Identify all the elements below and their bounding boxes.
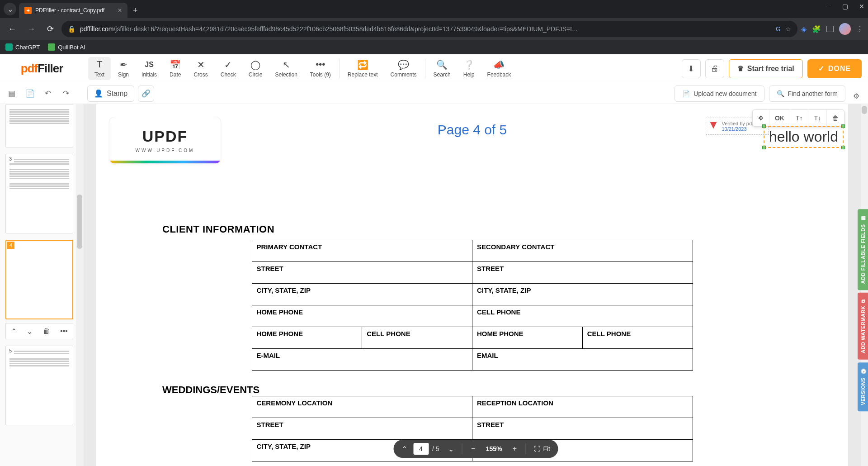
download-button[interactable]: ⬇ <box>682 59 701 78</box>
thumbnail-page-4-selected[interactable]: 4 <box>5 240 73 319</box>
thumbnail-scrollbar[interactable] <box>76 104 83 466</box>
font-increase-icon[interactable]: T↑ <box>790 110 809 126</box>
search-icon: 🔍 <box>777 90 784 97</box>
sidetab-watermark[interactable]: ADD WATERMARK ⧉ <box>858 293 868 360</box>
address-bar[interactable]: 🔒 pdffiller.com/jsfiller-desk16/?request… <box>61 21 797 37</box>
tool-feedback[interactable]: 📣Feedback <box>481 54 518 83</box>
tool-check[interactable]: ✓Check <box>214 54 242 83</box>
start-free-trial-button[interactable]: ♛Start free trial <box>729 59 803 78</box>
maximize-icon[interactable]: ▢ <box>842 3 848 10</box>
undo-button[interactable]: ↶ <box>40 86 56 102</box>
cell-cellphone-b[interactable]: CELL PHONE <box>582 327 693 349</box>
cell-reception[interactable]: RECEPTION LOCATION <box>472 396 693 418</box>
cell-csz-2[interactable]: CITY, STATE, ZIP <box>472 284 693 305</box>
cell-email-1[interactable]: E-MAIL <box>252 349 472 371</box>
browser-menu-icon[interactable]: ⋮ <box>856 25 863 33</box>
tool-selection[interactable]: ↖Selection <box>269 54 303 83</box>
find-form-button[interactable]: 🔍Find another form <box>769 86 846 102</box>
search-icon: 🔍 <box>436 60 448 70</box>
bookmark-star-icon[interactable]: ☆ <box>785 25 791 33</box>
tool-sign[interactable]: ✒Sign <box>112 54 135 83</box>
bookmark-quillbot[interactable]: QuillBot AI <box>48 43 85 51</box>
cell-homephone-b[interactable]: HOME PHONE <box>472 327 583 349</box>
cell-secondary-contact[interactable]: SECONDARY CONTACT <box>472 240 693 262</box>
font-decrease-icon[interactable]: T↓ <box>808 110 827 126</box>
cell-ceremony[interactable]: CEREMONY LOCATION <box>252 396 472 418</box>
tool-replace-text[interactable]: 🔁Replace text <box>341 54 384 83</box>
tool-initials[interactable]: JSInitials <box>135 54 163 83</box>
more-page-icon[interactable]: ••• <box>60 327 68 335</box>
redo-button[interactable]: ↷ <box>58 86 74 102</box>
browser-tab[interactable]: ✦ PDFfiller - contract_Copy.pdf ✕ <box>19 3 127 18</box>
cell-street-3[interactable]: STREET <box>252 418 472 440</box>
client-info-table: PRIMARY CONTACTSECONDARY CONTACT STREETS… <box>252 240 693 327</box>
fit-button[interactable]: ⛶Fit <box>528 445 556 452</box>
cell-street-4[interactable]: STREET <box>472 418 693 440</box>
move-handle-icon[interactable]: ✥ <box>753 110 769 126</box>
stamp-button[interactable]: 👤Stamp <box>87 86 134 102</box>
close-tab-icon[interactable]: ✕ <box>118 7 122 14</box>
extension-shield-icon[interactable]: ◈ <box>801 25 807 33</box>
link-button[interactable]: 🔗 <box>138 86 154 102</box>
tool-text[interactable]: TText <box>88 57 111 80</box>
print-button[interactable]: 🖨 <box>705 59 724 78</box>
next-page-button[interactable]: ⌄ <box>443 441 459 457</box>
tool-help[interactable]: ❔Help <box>457 54 481 83</box>
tool-comments[interactable]: 💬Comments <box>384 54 423 83</box>
translate-icon[interactable]: G <box>776 25 781 33</box>
cell-street-2[interactable]: STREET <box>472 262 693 284</box>
new-tab-button[interactable]: + <box>133 6 138 15</box>
cell-cellphone-1[interactable]: CELL PHONE <box>472 305 693 327</box>
tool-date[interactable]: 📅Date <box>163 54 187 83</box>
done-button[interactable]: ✓DONE <box>807 59 862 78</box>
text-annotation-editing[interactable]: hello world <box>764 126 844 148</box>
thumbnail-page-3[interactable]: 3 <box>5 154 73 233</box>
tab-list-button[interactable]: ⌄ <box>4 3 16 15</box>
cell-cellphone-a[interactable]: CELL PHONE <box>362 327 472 349</box>
sidetab-fillable-fields[interactable]: ADD FILLABLE FIELDS ▦ <box>858 209 868 290</box>
minimize-icon[interactable]: ― <box>825 3 831 10</box>
tool-tools[interactable]: •••Tools (9) <box>304 54 337 83</box>
thumbnail-page-5[interactable]: 5 <box>5 346 73 425</box>
tool-cross[interactable]: ✕Cross <box>187 54 214 83</box>
reload-button[interactable]: ⟳ <box>42 21 58 37</box>
cell-csz-1[interactable]: CITY, STATE, ZIP <box>252 284 472 305</box>
site-info-icon[interactable]: 🔒 <box>68 25 75 33</box>
tool-circle[interactable]: ◯Circle <box>242 54 269 83</box>
quillbot-icon <box>48 43 55 51</box>
delete-page-icon[interactable]: 🗑 <box>43 327 50 335</box>
tool-search[interactable]: 🔍Search <box>427 54 457 83</box>
ok-button[interactable]: OK <box>769 110 790 126</box>
delete-text-icon[interactable]: 🗑 <box>827 110 844 126</box>
upload-document-button[interactable]: 📄Upload new document <box>675 86 764 102</box>
profile-avatar[interactable] <box>839 23 851 35</box>
zoom-in-button[interactable]: + <box>506 441 523 457</box>
cell-email-2[interactable]: EMAIL <box>472 349 693 371</box>
zoom-out-button[interactable]: − <box>465 441 481 457</box>
thumbnail-page-2[interactable] <box>5 104 73 147</box>
cell-homephone-a[interactable]: HOME PHONE <box>252 327 362 349</box>
cell-primary-contact[interactable]: PRIMARY CONTACT <box>252 240 472 262</box>
cell-street-1[interactable]: STREET <box>252 262 472 284</box>
prev-page-button[interactable]: ⌃ <box>396 441 412 457</box>
page-number-input[interactable] <box>413 443 429 455</box>
pages-panel-button[interactable]: ▤ <box>4 86 20 102</box>
forward-button[interactable]: → <box>24 21 39 37</box>
cell-homephone-1[interactable]: HOME PHONE <box>252 305 472 327</box>
page-options-button[interactable]: 📄 <box>22 86 38 102</box>
sidetab-versions[interactable]: VERSIONS 🕘 <box>858 362 868 411</box>
fields-icon: ▦ <box>860 215 866 222</box>
bookmark-chatgpt[interactable]: ChatGPT <box>5 43 40 51</box>
close-window-icon[interactable]: ✕ <box>859 3 864 10</box>
back-button[interactable]: ← <box>5 21 20 37</box>
more-icon: ••• <box>316 60 325 70</box>
move-up-icon[interactable]: ⌃ <box>11 327 17 336</box>
document-page[interactable]: UPDF WWW.UPDF.COM Page 4 of 5 Verified b… <box>96 104 848 466</box>
extensions-icon[interactable]: 🧩 <box>812 25 821 33</box>
help-icon: ❔ <box>463 60 475 70</box>
text-icon: T <box>97 60 102 70</box>
pdffiller-logo[interactable]: pdfFiller <box>0 62 84 76</box>
settings-button[interactable]: ⚙ <box>849 89 863 103</box>
move-down-icon[interactable]: ⌄ <box>27 327 33 336</box>
sidepanel-icon[interactable] <box>826 26 834 32</box>
